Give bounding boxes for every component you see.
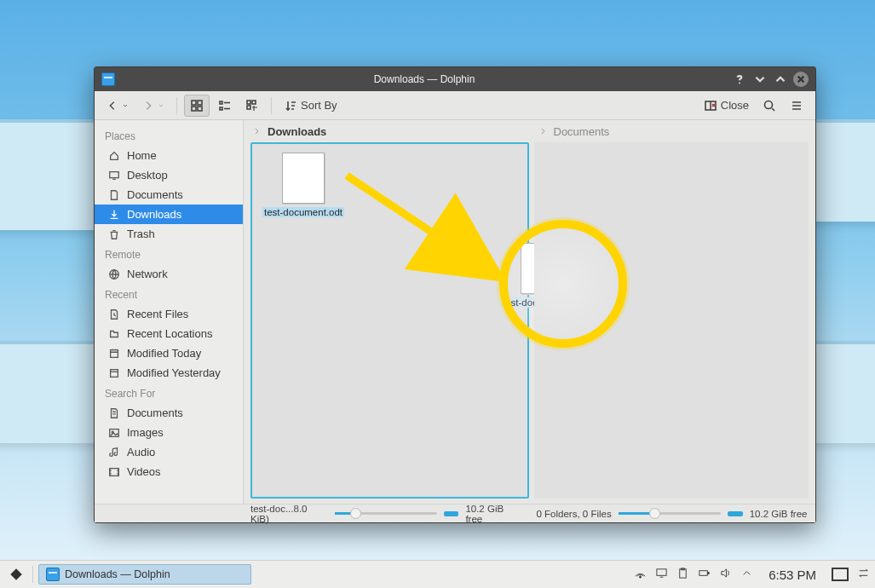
sidebar-item-search-videos[interactable]: Videos (95, 462, 243, 481)
svg-rect-18 (110, 468, 119, 476)
status-left-text: test-doc...8.0 KiB) (250, 504, 328, 524)
breadcrumb-label: Documents (554, 125, 610, 138)
breadcrumb-right[interactable]: Documents (530, 120, 816, 142)
taskbar-entry[interactable]: Downloads — Dolphin (38, 564, 251, 585)
sidebar-item-recent-locations[interactable]: Recent Locations (95, 324, 243, 343)
sidebar-item-network[interactable]: Network (95, 264, 243, 284)
svg-rect-3 (192, 107, 196, 111)
search-button[interactable] (757, 95, 781, 116)
sidebar-item-search-audio[interactable]: Audio (95, 442, 243, 462)
network-icon[interactable] (634, 567, 647, 582)
app-icon (101, 72, 115, 86)
system-tray: 6:53 PM (634, 567, 870, 582)
clipboard-icon[interactable] (676, 567, 689, 582)
toolbar: Sort By Close (95, 91, 815, 120)
sidebar-item-documents[interactable]: Documents (95, 185, 243, 205)
svg-rect-7 (247, 101, 250, 104)
svg-rect-9 (247, 106, 250, 109)
places-heading: Places (95, 125, 243, 146)
sidebar-item-modified-yesterday[interactable]: Modified Yesterday (95, 363, 243, 383)
minimize-button[interactable] (752, 72, 768, 87)
status-left-free: 10.2 GiB free (465, 504, 522, 524)
sidebar-item-label: Documents (127, 406, 183, 419)
file-name-label: test-document.odt (262, 207, 344, 217)
svg-rect-8 (252, 101, 256, 104)
volume-icon[interactable] (719, 567, 732, 582)
sidebar-item-desktop[interactable]: Desktop (95, 165, 243, 185)
svg-rect-14 (111, 349, 118, 357)
sidebar-item-downloads[interactable]: Downloads (95, 205, 243, 224)
panel-edit-icon[interactable] (857, 567, 870, 582)
icon-view-button[interactable] (184, 95, 210, 117)
svg-rect-25 (708, 573, 709, 574)
clock[interactable]: 6:53 PM (769, 568, 816, 582)
places-panel: Places Home Desktop Documents Downloads … (95, 120, 244, 504)
tray-expand-icon[interactable] (740, 567, 753, 582)
breadcrumb-left[interactable]: Downloads (244, 120, 530, 142)
dolphin-icon (46, 568, 60, 581)
back-button[interactable] (101, 96, 134, 115)
separator (176, 97, 177, 114)
sidebar-item-label: Modified Yesterday (127, 366, 221, 379)
breadcrumb-label: Downloads (268, 125, 326, 138)
app-launcher-button[interactable] (5, 565, 27, 584)
svg-point-20 (640, 576, 642, 578)
sidebar-item-label: Modified Today (127, 347, 201, 360)
sidebar-item-home[interactable]: Home (95, 146, 243, 165)
separator (32, 566, 33, 583)
svg-rect-4 (198, 107, 202, 111)
sidebar-item-trash[interactable]: Trash (95, 224, 243, 244)
dolphin-window: Downloads — Dolphin Sort By Close Places… (94, 66, 816, 523)
sidebar-item-label: Desktop (127, 169, 168, 182)
file-item[interactable]: test-document.odt (261, 153, 346, 217)
separator (271, 97, 272, 114)
close-window-button[interactable] (793, 72, 809, 87)
svg-rect-12 (110, 171, 119, 177)
sidebar-item-modified-today[interactable]: Modified Today (95, 343, 243, 363)
menu-button[interactable] (785, 95, 809, 116)
details-view-button[interactable] (240, 95, 264, 116)
status-bar: test-doc...8.0 KiB) 10.2 GiB free 0 Fold… (95, 504, 815, 522)
maximize-button[interactable] (773, 72, 788, 87)
sidebar-item-label: Downloads (127, 208, 181, 221)
compact-view-button[interactable] (213, 95, 237, 116)
taskbar-entry-label: Downloads — Dolphin (65, 568, 170, 580)
window-title: Downloads — Dolphin (122, 73, 727, 85)
remote-heading: Remote (95, 244, 243, 264)
svg-rect-24 (699, 571, 707, 576)
sort-by-label: Sort By (301, 99, 337, 112)
svg-rect-5 (220, 101, 222, 104)
sidebar-item-label: Recent Files (127, 308, 188, 320)
sidebar-item-recent-files[interactable]: Recent Files (95, 304, 243, 324)
titlebar[interactable]: Downloads — Dolphin (95, 67, 815, 91)
status-right-text: 0 Folders, 0 Files (537, 509, 612, 519)
close-split-button[interactable]: Close (699, 95, 754, 116)
svg-point-11 (765, 101, 773, 108)
zoom-slider-right[interactable] (619, 512, 721, 515)
sidebar-item-label: Images (127, 426, 164, 439)
disk-usage-bar-icon (728, 511, 743, 516)
battery-icon[interactable] (698, 567, 711, 582)
close-split-label: Close (721, 99, 749, 112)
sort-by-button[interactable]: Sort By (279, 95, 343, 116)
taskbar: Downloads — Dolphin 6:53 PM (0, 560, 875, 588)
sidebar-item-label: Home (127, 149, 157, 162)
sidebar-item-label: Trash (127, 228, 155, 240)
show-desktop-button[interactable] (832, 568, 849, 581)
document-icon (282, 153, 325, 204)
chevron-right-icon (252, 127, 261, 135)
left-file-pane[interactable]: test-document.odt test-document.odt (250, 142, 529, 499)
svg-rect-1 (192, 101, 196, 105)
sidebar-item-search-images[interactable]: Images (95, 423, 243, 442)
svg-rect-2 (198, 101, 202, 105)
display-icon[interactable] (655, 567, 668, 582)
sidebar-item-label: Videos (127, 465, 161, 478)
chevron-right-icon (538, 127, 547, 135)
help-button[interactable] (732, 72, 747, 87)
right-file-pane[interactable] (534, 142, 809, 499)
forward-button[interactable] (137, 96, 170, 115)
zoom-slider-left[interactable] (335, 512, 437, 515)
sidebar-item-search-documents[interactable]: Documents (95, 403, 243, 423)
sidebar-item-label: Documents (127, 188, 183, 201)
svg-rect-21 (657, 569, 666, 576)
